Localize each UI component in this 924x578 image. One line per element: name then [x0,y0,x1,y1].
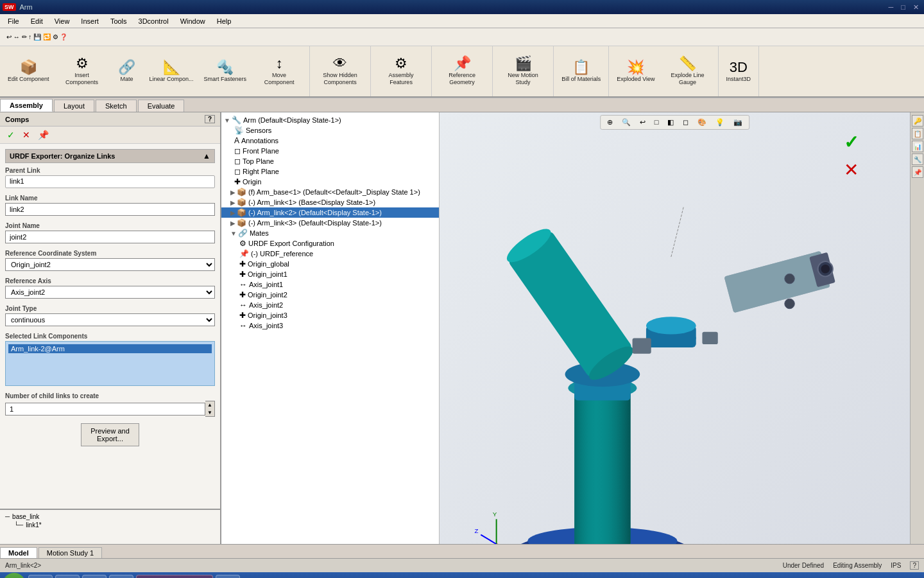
panel-x-button[interactable]: ✕ [21,129,32,141]
tree-origin[interactable]: ✚ Origin [221,177,439,187]
toolbar-show-hidden[interactable]: 👁 Show Hidden Components [314,54,366,89]
tree-origin-global[interactable]: ✚ Origin_global [221,259,439,269]
panel-pin-button[interactable]: 📌 [36,129,51,141]
vp-camera[interactable]: 📷 [730,117,746,128]
tree-origin-joint2[interactable]: ✚ Origin_joint2 [221,290,439,300]
taskbar-app-paint[interactable]: 🎨 [216,575,240,578]
right-panel-btn1[interactable]: 🔑 [912,115,923,127]
toolbar-assembly-features[interactable]: ⚙ Assembly Features [375,54,427,89]
toolbar-new-motion-study[interactable]: 🎬 New Motion Study [497,54,549,89]
right-panel-btn4[interactable]: 🔧 [912,153,923,165]
tab-layout[interactable]: Layout [54,100,94,112]
vp-rotate[interactable]: ↩ [636,117,649,128]
top-plane-icon: ◻ [234,157,241,166]
tree-front-plane[interactable]: ◻ Front Plane [221,146,439,156]
tree-urdf-config[interactable]: ⚙ URDF Export Configuration [221,238,439,249]
ref-coord-group: Reference Coordinate System Origin_joint… [5,250,215,271]
toolbar-bill-of-materials[interactable]: 📋 Bill of Materials [558,58,604,85]
toolbar-exploded-view[interactable]: 💥 Exploded View [613,58,658,85]
vp-zoom[interactable]: 🔍 [618,117,635,128]
joint-type-select[interactable]: fixed revolute continuous prismatic floa… [5,313,215,326]
toolbar-move-component[interactable]: ↕ Move Component [253,54,305,89]
maximize-button[interactable]: □ [898,3,908,12]
btab-motion-study1[interactable]: Motion Study 1 [38,547,102,558]
tree-arm-link3[interactable]: ▶ 📦 (-) Arm_link<3> (Default<Display Sta… [221,218,439,228]
toolbar-smart-fasteners[interactable]: 🔩 Smart Fasteners [200,58,251,85]
selected-components-box[interactable]: Arm_link-2@Arm [5,341,215,386]
axis-joint2-icon: ↔ [239,301,247,310]
menu-window[interactable]: Window [175,16,210,26]
minimize-button[interactable]: ─ [886,3,896,12]
feature-tree: ▼ 🔧 Arm (Default<Display State-1>) 📡 Sen… [221,112,440,544]
toolbar-area: ↩ ↔ ✏ ↑ 💾 🔁 ⚙ ❓ 📦 Edit Component ⚙ Inser… [0,28,924,98]
tree-axis-joint2[interactable]: ↔ Axis_joint2 [221,300,439,310]
link-name-input[interactable] [5,203,215,216]
toolbar-small-btn[interactable]: ↩ ↔ ✏ ↑ 💾 🔁 ⚙ ❓ [3,32,71,42]
ref-coord-label: Reference Coordinate System [5,250,215,257]
toolbar-mate[interactable]: 🔗 Mate [111,58,143,85]
tab-evaluate[interactable]: Evaluate [138,100,185,112]
tree-mates[interactable]: ▼ 🔗 Mates [221,228,439,238]
joint-name-input[interactable] [5,231,215,243]
preview-export-button[interactable]: Preview andExport... [81,423,139,446]
taskbar-app-spotify[interactable]: 🎵 [82,575,107,578]
menu-3dcontrol[interactable]: 3Dcontrol [133,16,174,26]
toolbar-edit-component[interactable]: 📦 Edit Component [4,58,53,85]
viewport[interactable]: ⊕ 🔍 ↩ □ ◧ ◻ 🎨 💡 📷 ✓ ✕ [440,112,910,544]
taskbar-app-chrome[interactable]: 🌐 [55,575,80,578]
toolbar-instant3d[interactable]: 3D Instant3D [723,58,755,85]
ref-coord-select[interactable]: Origin_joint2 [5,258,215,271]
tree-arm-base[interactable]: ▶ 📦 (f) Arm_base<1> (Default<<Default>_D… [221,187,439,197]
menu-tools[interactable]: Tools [105,16,132,26]
panel-help-btn[interactable]: ? [205,115,215,123]
vp-lighting[interactable]: 💡 [712,117,728,128]
toolbar-insert-components[interactable]: ⚙ Insert Components [56,54,108,89]
help-status[interactable]: ? [910,561,919,570]
tree-arm-link1[interactable]: ▶ 📦 (-) Arm_link<1> (Base<Display State-… [221,197,439,207]
spin-up-button[interactable]: ▲ [205,401,214,409]
tree-sensors[interactable]: 📡 Sensors [221,125,439,136]
tab-assembly[interactable]: Assembly [0,99,53,112]
linear-component-icon: 📐 [163,60,180,74]
tree-origin-joint3[interactable]: ✚ Origin_joint3 [221,310,439,320]
ref-axis-select[interactable]: Axis_joint2 [5,286,215,299]
right-panel-btn3[interactable]: 📊 [912,141,923,152]
tree-origin-joint1[interactable]: ✚ Origin_joint1 [221,269,439,279]
vp-hide-show[interactable]: ◻ [679,117,692,128]
menu-help[interactable]: Help [212,16,237,26]
vp-zoom-fit[interactable]: ⊕ [603,117,617,128]
menu-file[interactable]: File [3,16,24,26]
menu-insert[interactable]: Insert [76,16,104,26]
tree-annotations[interactable]: A Annotations [221,136,439,146]
right-panel: 🔑 📋 📊 🔧 📌 [910,112,924,544]
taskbar-app-solidworks[interactable]: SW Arm - SolidWorks [136,575,213,578]
menu-edit[interactable]: Edit [26,16,48,26]
vp-display-style[interactable]: ◧ [663,117,678,128]
vp-section[interactable]: □ [651,117,663,128]
tree-top-plane[interactable]: ◻ Top Plane [221,156,439,166]
close-button[interactable]: ✕ [911,3,921,12]
num-children-input[interactable] [5,403,205,416]
start-button[interactable]: ⊞ [3,573,26,578]
tree-right-plane[interactable]: ◻ Right Plane [221,166,439,177]
toolbar-reference-geometry[interactable]: 📌 Reference Geometry [436,54,488,89]
toolbar-linear-component[interactable]: 📐 Linear Compon... [146,58,198,85]
tree-arm-root[interactable]: ▼ 🔧 Arm (Default<Display State-1>) [221,115,439,125]
vp-appearance[interactable]: 🎨 [694,117,710,128]
tree-urdf-reference[interactable]: 📌 (-) URDF_reference [221,249,439,259]
urdf-collapse-btn[interactable]: ▲ [203,152,210,161]
tab-sketch[interactable]: Sketch [96,100,137,112]
taskbar-app-explorer[interactable]: 📁 [28,575,53,578]
editing-status: Editing Assembly [833,562,882,569]
tree-arm-link2[interactable]: ▶ 📦 (-) Arm_link<2> (Default<Display Sta… [221,207,439,218]
right-panel-btn2[interactable]: 📋 [912,128,923,139]
right-panel-btn5[interactable]: 📌 [912,166,923,178]
menu-view[interactable]: View [49,16,75,26]
taskbar-app-dev[interactable]: 💻 [109,575,133,578]
spin-down-button[interactable]: ▼ [205,409,214,417]
panel-check-button[interactable]: ✓ [5,129,17,141]
tree-axis-joint3[interactable]: ↔ Axis_joint3 [221,320,439,331]
toolbar-explode-line-gauge[interactable]: 📏 Explode Line Gauge [662,54,714,89]
btab-model[interactable]: Model [0,547,37,558]
tree-axis-joint1[interactable]: ↔ Axis_joint1 [221,279,439,290]
